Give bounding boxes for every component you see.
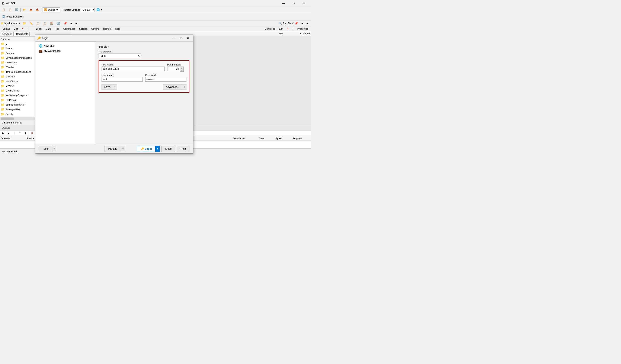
new-site-icon: 🌐: [39, 44, 42, 48]
advanced-button[interactable]: Advanced...: [163, 84, 182, 90]
dialog-minimize-btn[interactable]: —: [171, 36, 177, 41]
queue-up-btn[interactable]: ⬆: [17, 131, 22, 136]
menu-help[interactable]: Help: [114, 27, 122, 31]
menu-remote[interactable]: Remote: [102, 27, 113, 31]
transfer-dropdown[interactable]: Default: [81, 8, 95, 12]
file-icon: 📁: [1, 61, 5, 64]
dialog-restore-btn[interactable]: □: [178, 36, 184, 41]
menu-dot[interactable]: •: [26, 27, 30, 31]
toolbar-btn-5[interactable]: 📤: [28, 7, 34, 12]
new-site-item[interactable]: 🌐 New Site: [37, 43, 93, 49]
menu-mark[interactable]: Mark: [44, 27, 52, 31]
advanced-arrow-btn[interactable]: ▼: [182, 84, 187, 90]
address-part2[interactable]: \Documents: [14, 32, 30, 36]
protocol-label: File protocol:: [99, 50, 190, 53]
save-arrow-btn[interactable]: ▼: [113, 84, 117, 90]
left-toolbar-btn1[interactable]: 📁: [21, 21, 28, 26]
queue-x-btn[interactable]: ✕: [30, 131, 34, 136]
sep2: [41, 8, 41, 12]
port-input[interactable]: [167, 66, 180, 71]
manage-button[interactable]: Manage: [104, 146, 121, 152]
my-doc-label: 📁 My docume: [1, 22, 17, 25]
login-dialog: 🔑 Login — □ ✕ 🌐 New Site 💼 My Workspace: [35, 34, 193, 153]
title-bar: 🖥 WinSCP — □ ✕: [0, 0, 310, 7]
new-session-label[interactable]: New Session: [6, 15, 23, 18]
login-label: Login: [145, 147, 152, 150]
file-icon: 📁: [1, 94, 5, 97]
close-button[interactable]: ✕: [299, 0, 309, 7]
username-input[interactable]: [102, 77, 143, 82]
dialog-body: 🌐 New Site 💼 My Workspace Session File p…: [35, 42, 193, 144]
left-forward-btn[interactable]: ▶: [74, 21, 79, 26]
menu-local[interactable]: Local: [34, 27, 43, 31]
qt-speed: Speed: [276, 137, 293, 140]
menu-new[interactable]: [31, 27, 34, 31]
left-toolbar-btn4[interactable]: 📋: [42, 21, 48, 26]
dialog-close-btn[interactable]: ✕: [185, 36, 191, 41]
menu-edit[interactable]: Edit: [12, 27, 20, 31]
manage-arrow-btn[interactable]: ▼: [121, 146, 125, 151]
file-icon: 📁: [1, 80, 5, 83]
menu-edit-right[interactable]: Edit: [277, 27, 285, 31]
toolbar-btn-3[interactable]: 🔄: [14, 7, 20, 12]
globe-arrow: ▼: [100, 9, 103, 11]
scrollbar-thumb: [1, 117, 14, 120]
queue-label: Queue: [48, 9, 55, 11]
sep1: [20, 8, 21, 12]
close-button[interactable]: Close: [161, 146, 175, 152]
right-toolbar-btn1[interactable]: 📌: [293, 21, 299, 26]
new-site-label: New Site: [44, 44, 54, 47]
menu-x2[interactable]: ✕: [285, 27, 291, 31]
right-back-btn[interactable]: ◀: [300, 21, 305, 26]
menu-download[interactable]: Download: [263, 27, 277, 31]
user-label: User name:: [102, 74, 143, 76]
right-find-label: 🔍 Find Files: [279, 22, 293, 25]
left-toolbar-btn6[interactable]: 🔄: [55, 21, 62, 26]
menu-files[interactable]: Files: [53, 27, 61, 31]
pass-label: Password:: [145, 74, 187, 76]
dialog-title-text: Login: [42, 37, 171, 40]
file-icon: 📁: [1, 103, 5, 106]
address-part1[interactable]: C:\Users\: [1, 32, 14, 36]
right-forward-btn[interactable]: ▶: [305, 21, 310, 26]
right-size-col: Size: [279, 32, 283, 35]
file-icon: 📁: [1, 75, 5, 78]
menu-upload[interactable]: Upload: [1, 27, 12, 31]
left-toolbar-btn3[interactable]: 📋: [35, 21, 41, 26]
queue-play-btn[interactable]: ▶: [1, 131, 6, 136]
menu-session[interactable]: Session: [77, 27, 89, 31]
left-toolbar-btn2[interactable]: ✏️: [28, 21, 34, 26]
save-button[interactable]: Save: [102, 84, 113, 90]
queue-pause-btn[interactable]: ⏸: [12, 131, 17, 136]
queue-down-btn[interactable]: ⬇: [23, 131, 28, 136]
toolbar-btn-2[interactable]: 📋: [7, 7, 13, 12]
menu-x1[interactable]: ✕: [20, 27, 25, 31]
workspace-item[interactable]: 💼 My Workspace: [37, 49, 93, 53]
maximize-button[interactable]: □: [289, 0, 299, 7]
password-input[interactable]: [145, 77, 187, 82]
left-back-btn[interactable]: ◀: [69, 21, 74, 26]
menu-dot2[interactable]: •: [291, 27, 295, 31]
left-toolbar-btn7[interactable]: 📌: [62, 21, 69, 26]
menu-properties[interactable]: Properties: [296, 27, 310, 31]
queue-button[interactable]: 🔁 Queue ▼: [42, 7, 60, 12]
port-down-btn[interactable]: ▼: [180, 69, 183, 71]
help-button[interactable]: Help: [177, 146, 190, 152]
toolbar-btn-6[interactable]: 📥: [34, 7, 40, 12]
tools-button[interactable]: Tools: [39, 146, 52, 152]
queue-label: Queue: [2, 126, 10, 130]
left-toolbar-btn5[interactable]: 🏠: [49, 21, 55, 26]
menu-options[interactable]: Options: [90, 27, 101, 31]
minimize-button[interactable]: —: [279, 0, 288, 7]
tools-arrow-btn[interactable]: ▼: [52, 146, 56, 151]
queue-stop-btn[interactable]: ⏹: [6, 131, 11, 136]
login-arrow-btn[interactable]: ▼: [155, 146, 160, 152]
host-input[interactable]: [102, 66, 165, 71]
port-up-btn[interactable]: ▲: [180, 67, 183, 69]
login-button[interactable]: 🔑 Login: [137, 146, 155, 152]
toolbar-btn-1[interactable]: 📋: [1, 7, 7, 12]
protocol-select[interactable]: SFTP FTP SCP: [99, 53, 141, 58]
queue-icon: 🔁: [44, 8, 47, 11]
menu-commands[interactable]: Commands: [62, 27, 77, 31]
toolbar-btn-4[interactable]: 📂: [21, 7, 28, 12]
